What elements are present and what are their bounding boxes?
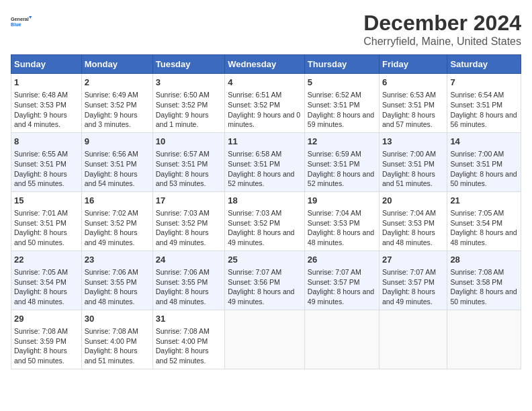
table-row: 9Sunrise: 6:56 AMSunset: 3:51 PMDaylight… (81, 132, 152, 191)
table-row (447, 310, 521, 369)
sunrise-text: Sunrise: 7:00 AM (450, 150, 504, 158)
table-row: 12Sunrise: 6:59 AMSunset: 3:51 PMDayligh… (304, 132, 379, 191)
daylight-label: Daylight: 8 hours and 49 minutes. (382, 287, 435, 306)
header: GeneralBlue December 2024 Cherryfield, M… (11, 11, 521, 48)
logo: GeneralBlue (11, 11, 32, 32)
sunrise-text: Sunrise: 7:06 AM (85, 268, 138, 276)
daylight-label: Daylight: 8 hours and 56 minutes. (450, 111, 517, 129)
svg-text:Blue: Blue (11, 21, 21, 28)
day-number: 22 (14, 254, 79, 266)
sunset-text: Sunset: 3:51 PM (450, 160, 502, 168)
table-row: 22Sunrise: 7:05 AMSunset: 3:54 PMDayligh… (11, 250, 82, 310)
table-row: 10Sunrise: 6:57 AMSunset: 3:51 PMDayligh… (152, 132, 224, 191)
sunrise-text: Sunrise: 7:08 AM (85, 327, 138, 335)
day-number: 2 (85, 77, 150, 89)
daylight-label: Daylight: 8 hours and 52 minutes. (308, 170, 374, 188)
daylight-label: Daylight: 8 hours and 48 minutes. (156, 287, 209, 306)
sunrise-text: Sunrise: 7:01 AM (14, 209, 68, 217)
sunrise-text: Sunrise: 7:06 AM (156, 268, 210, 276)
sunset-text: Sunset: 3:54 PM (14, 278, 66, 286)
sunrise-text: Sunrise: 7:03 AM (228, 209, 281, 217)
calendar-week-row: 1Sunrise: 6:48 AMSunset: 3:53 PMDaylight… (11, 74, 521, 133)
sunset-text: Sunset: 4:00 PM (156, 337, 208, 345)
table-row: 3Sunrise: 6:50 AMSunset: 3:52 PMDaylight… (152, 74, 224, 133)
daylight-label: Daylight: 8 hours and 49 minutes. (228, 287, 294, 306)
daylight-label: Daylight: 8 hours and 52 minutes. (228, 170, 294, 188)
sunset-text: Sunset: 3:55 PM (156, 278, 208, 286)
sunset-text: Sunset: 4:00 PM (85, 337, 137, 345)
sunrise-text: Sunrise: 7:07 AM (382, 268, 436, 276)
day-number: 15 (14, 195, 79, 207)
sunrise-text: Sunrise: 7:04 AM (308, 209, 361, 217)
day-number: 4 (228, 77, 302, 89)
sunset-text: Sunset: 3:51 PM (382, 101, 435, 109)
day-number: 20 (382, 195, 444, 207)
sunset-text: Sunset: 3:54 PM (450, 219, 502, 227)
table-row: 7Sunrise: 6:54 AMSunset: 3:51 PMDaylight… (447, 74, 521, 133)
sunset-text: Sunset: 3:57 PM (382, 278, 435, 286)
sunset-text: Sunset: 3:57 PM (308, 278, 360, 286)
sunrise-text: Sunrise: 6:56 AM (85, 150, 138, 158)
daylight-label: Daylight: 8 hours and 59 minutes. (308, 111, 374, 129)
sunrise-text: Sunrise: 6:49 AM (85, 91, 138, 99)
daylight-label: Daylight: 8 hours and 48 minutes. (382, 228, 435, 246)
sunrise-text: Sunrise: 7:07 AM (228, 268, 281, 276)
day-number: 30 (85, 313, 150, 325)
header-saturday: Saturday (447, 55, 521, 74)
days-header-row: Sunday Monday Tuesday Wednesday Thursday… (11, 55, 521, 74)
day-number: 19 (308, 195, 376, 207)
daylight-label: Daylight: 9 hours and 4 minutes. (14, 111, 67, 129)
daylight-label: Daylight: 9 hours and 3 minutes. (85, 111, 138, 129)
table-row: 17Sunrise: 7:03 AMSunset: 3:52 PMDayligh… (152, 191, 224, 250)
day-number: 17 (156, 195, 222, 207)
header-tuesday: Tuesday (152, 55, 224, 74)
sunrise-text: Sunrise: 6:55 AM (14, 150, 68, 158)
table-row: 4Sunrise: 6:51 AMSunset: 3:52 PMDaylight… (225, 74, 305, 133)
daylight-label: Daylight: 8 hours and 48 minutes. (14, 287, 67, 306)
table-row: 18Sunrise: 7:03 AMSunset: 3:52 PMDayligh… (225, 191, 305, 250)
day-number: 7 (450, 77, 518, 89)
page-title: December 2024 (363, 11, 521, 36)
table-row: 25Sunrise: 7:07 AMSunset: 3:56 PMDayligh… (225, 250, 305, 310)
day-number: 9 (85, 136, 150, 148)
daylight-label: Daylight: 8 hours and 50 minutes. (450, 170, 517, 188)
sunrise-text: Sunrise: 7:08 AM (450, 268, 504, 276)
daylight-label: Daylight: 8 hours and 48 minutes. (450, 228, 517, 246)
daylight-label: Daylight: 8 hours and 50 minutes. (450, 287, 517, 306)
table-row: 14Sunrise: 7:00 AMSunset: 3:51 PMDayligh… (447, 132, 521, 191)
table-row (225, 310, 305, 369)
table-row: 2Sunrise: 6:49 AMSunset: 3:52 PMDaylight… (81, 74, 152, 133)
sunrise-text: Sunrise: 7:08 AM (156, 327, 210, 335)
sunrise-text: Sunrise: 6:58 AM (228, 150, 281, 158)
header-thursday: Thursday (304, 55, 379, 74)
calendar-week-row: 8Sunrise: 6:55 AMSunset: 3:51 PMDaylight… (11, 132, 521, 191)
day-number: 11 (228, 136, 302, 148)
daylight-label: Daylight: 8 hours and 54 minutes. (85, 170, 138, 188)
table-row: 6Sunrise: 6:53 AMSunset: 3:51 PMDaylight… (380, 74, 447, 133)
sunrise-text: Sunrise: 6:53 AM (382, 91, 436, 99)
sunrise-text: Sunrise: 7:03 AM (156, 209, 210, 217)
table-row: 28Sunrise: 7:08 AMSunset: 3:58 PMDayligh… (447, 250, 521, 310)
sunset-text: Sunset: 3:52 PM (85, 101, 137, 109)
sunset-text: Sunset: 3:52 PM (228, 219, 280, 227)
sunset-text: Sunset: 3:51 PM (308, 101, 360, 109)
sunset-text: Sunset: 3:51 PM (308, 160, 360, 168)
title-area: December 2024 Cherryfield, Maine, United… (363, 11, 521, 48)
sunrise-text: Sunrise: 7:04 AM (382, 209, 436, 217)
day-number: 5 (308, 77, 376, 89)
sunrise-text: Sunrise: 6:54 AM (450, 91, 504, 99)
day-number: 18 (228, 195, 302, 207)
day-number: 31 (156, 313, 222, 325)
sunset-text: Sunset: 3:51 PM (156, 160, 208, 168)
sunrise-text: Sunrise: 7:05 AM (14, 268, 68, 276)
sunrise-text: Sunrise: 7:00 AM (382, 150, 436, 158)
daylight-label: Daylight: 8 hours and 49 minutes. (308, 287, 374, 306)
daylight-label: Daylight: 8 hours and 55 minutes. (14, 170, 67, 188)
sunset-text: Sunset: 3:52 PM (156, 219, 208, 227)
table-row (304, 310, 379, 369)
sunrise-text: Sunrise: 6:48 AM (14, 91, 68, 99)
sunrise-text: Sunrise: 6:51 AM (228, 91, 281, 99)
sunrise-text: Sunrise: 7:02 AM (85, 209, 138, 217)
header-friday: Friday (380, 55, 447, 74)
sunset-text: Sunset: 3:51 PM (14, 219, 66, 227)
